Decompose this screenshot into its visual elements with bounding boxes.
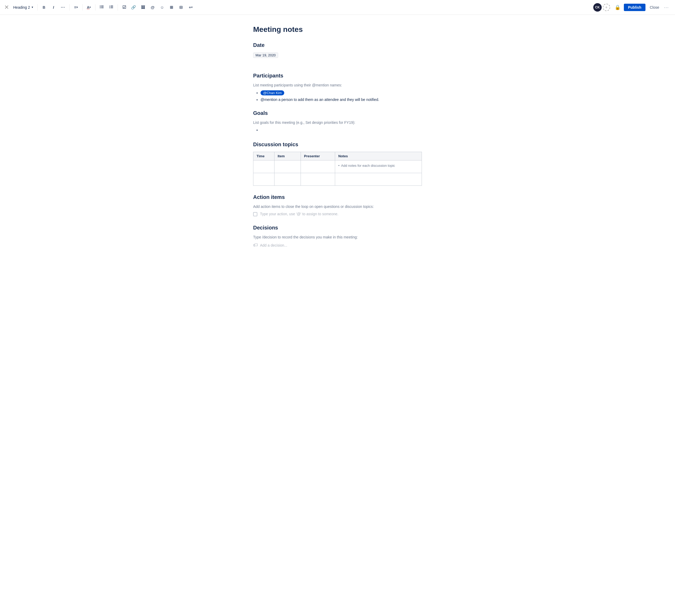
toolbar: ✕ Heading 2 ▾ B I ··· ≡ ▾ A ▾	[0, 0, 675, 15]
bold-button[interactable]: B	[40, 3, 48, 12]
add-collaborator-button[interactable]: +	[603, 4, 610, 11]
decisions-heading: Decisions	[253, 225, 422, 231]
table-button[interactable]: ⊞	[167, 3, 176, 12]
discussion-heading: Discussion topics	[253, 142, 422, 148]
insert-more-button[interactable]: + ▾	[186, 3, 195, 12]
editor-container: Meeting notes Date Mar 19, 2020 Particip…	[237, 15, 438, 269]
svg-rect-9	[110, 7, 113, 7]
discussion-table: Time Item Presenter Notes Add notes for …	[253, 152, 422, 186]
list-item[interactable]	[260, 128, 422, 133]
decision-row: 🏷 Add a decision...	[253, 242, 422, 248]
text-color-icon: A	[87, 5, 89, 9]
lock-button[interactable]: 🔒	[613, 3, 622, 12]
task-icon: ☑	[122, 5, 126, 10]
svg-point-4	[100, 8, 100, 8]
table-cell[interactable]: Add notes for each discussion topic	[335, 161, 422, 173]
goals-list	[260, 128, 422, 133]
align-chevron-icon: ▾	[76, 6, 78, 9]
page-title[interactable]: Meeting notes	[253, 25, 422, 34]
toolbar-divider-1	[38, 4, 38, 10]
svg-rect-5	[101, 8, 103, 8]
table-row: Add notes for each discussion topic	[253, 161, 422, 173]
action-items-heading: Action items	[253, 194, 422, 200]
insert-chevron-icon: ▾	[191, 6, 193, 9]
italic-button[interactable]: I	[49, 3, 58, 12]
svg-rect-11	[110, 8, 113, 8]
mention-button[interactable]: @	[148, 3, 157, 12]
table-cell[interactable]	[301, 173, 335, 186]
date-badge[interactable]: Mar 19, 2020	[253, 53, 278, 58]
insert-more-icon: +	[189, 5, 191, 9]
table-cell-note: Add notes for each discussion topic	[338, 163, 419, 168]
text-color-button[interactable]: A ▾	[85, 3, 93, 12]
action-checkbox[interactable]	[253, 212, 257, 216]
chevron-down-icon: ▾	[31, 6, 33, 9]
bullet-list-button[interactable]	[97, 3, 106, 12]
alignment-button[interactable]: ≡ ▾	[72, 3, 80, 12]
svg-rect-7	[110, 6, 113, 6]
table-row	[253, 173, 422, 186]
list-item: @Chan Kim	[260, 90, 422, 95]
svg-point-2	[100, 7, 100, 7]
more-options-icon: ···	[664, 5, 669, 9]
table-col-notes: Notes	[335, 152, 422, 161]
more-text-options-button[interactable]: ···	[59, 3, 67, 12]
participants-list: @Chan Kim @mention a person to add them …	[260, 90, 422, 102]
emoji-button[interactable]: ☺	[158, 3, 166, 12]
action-items-helper: Add action items to close the loop on op…	[253, 204, 422, 209]
toolbar-divider-2	[69, 4, 70, 10]
table-col-presenter: Presenter	[301, 152, 335, 161]
date-heading: Date	[253, 42, 422, 48]
table-cell[interactable]	[335, 173, 422, 186]
heading-style-selector[interactable]: Heading 2 ▾	[11, 4, 35, 10]
columns-button[interactable]: ⊟	[177, 3, 185, 12]
close-button[interactable]: Close	[648, 4, 661, 11]
table-icon: ⊞	[170, 5, 173, 10]
decision-placeholder[interactable]: Add a decision...	[260, 243, 287, 247]
link-icon: 🔗	[131, 5, 136, 10]
emoji-icon: ☺	[160, 5, 164, 9]
more-options-button[interactable]: ···	[662, 3, 671, 12]
link-button[interactable]: 🔗	[130, 3, 138, 12]
image-icon: 🖼	[141, 5, 145, 9]
goals-heading: Goals	[253, 110, 422, 116]
decisions-helper: Type /decision to record the decisions y…	[253, 235, 422, 239]
table-cell[interactable]	[301, 161, 335, 173]
table-cell[interactable]	[275, 173, 301, 186]
color-chevron-icon: ▾	[89, 6, 91, 9]
svg-rect-1	[101, 6, 103, 6]
columns-icon: ⊟	[179, 5, 183, 10]
svg-rect-3	[101, 7, 103, 7]
participants-heading: Participants	[253, 73, 422, 79]
mention-tag[interactable]: @Chan Kim	[260, 90, 284, 95]
table-header-row: Time Item Presenter Notes	[253, 152, 422, 161]
table-col-item: Item	[275, 152, 301, 161]
table-cell[interactable]	[253, 173, 275, 186]
table-body: Add notes for each discussion topic	[253, 161, 422, 186]
table-cell[interactable]	[253, 161, 275, 173]
bullet-list-icon	[100, 5, 104, 9]
image-button[interactable]: 🖼	[139, 3, 147, 12]
align-icon: ≡	[74, 5, 76, 10]
numbered-list-icon: 1. 2. 3.	[109, 5, 114, 9]
svg-point-0	[100, 6, 100, 6]
goals-helper: List goals for this meeting (e.g., Set d…	[253, 120, 422, 124]
table-cell[interactable]	[275, 161, 301, 173]
toolbar-divider-4	[95, 4, 95, 10]
task-list-button[interactable]: ☑	[120, 3, 129, 12]
toolbar-divider-5	[118, 4, 118, 10]
table-header: Time Item Presenter Notes	[253, 152, 422, 161]
action-placeholder[interactable]: Type your action, use '@' to assign to s…	[260, 212, 338, 216]
avatar-group: CK +	[593, 3, 610, 12]
action-item-row: Type your action, use '@' to assign to s…	[253, 212, 422, 216]
app-logo: ✕	[4, 4, 9, 11]
list-item: @mention a person to add them as an atte…	[260, 97, 422, 102]
avatar[interactable]: CK	[593, 3, 602, 12]
lock-icon: 🔒	[615, 4, 620, 10]
decision-icon: 🏷	[253, 242, 258, 248]
svg-text:3.: 3.	[109, 7, 110, 9]
publish-button[interactable]: Publish	[624, 4, 646, 11]
numbered-list-button[interactable]: 1. 2. 3.	[107, 3, 116, 12]
participants-helper: List meeting participants using their @m…	[253, 83, 422, 87]
mention-icon: @	[151, 5, 155, 9]
